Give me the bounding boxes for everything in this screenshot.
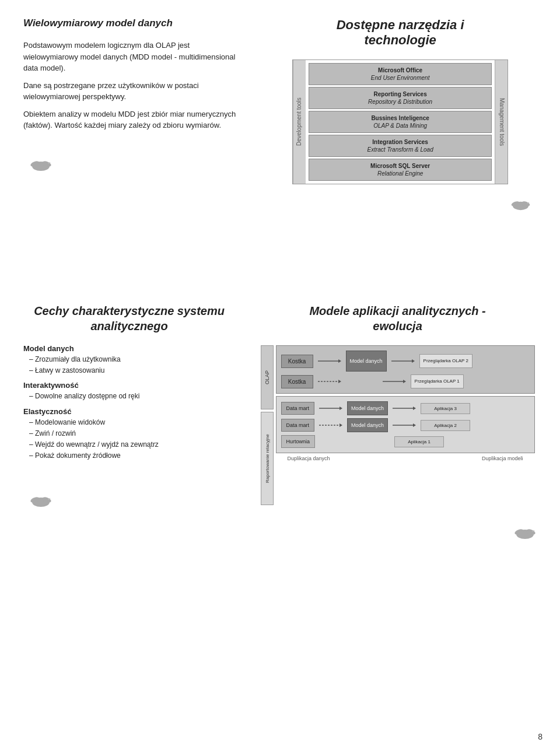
svg-point-10	[523, 202, 527, 206]
przegladarka1-box: Przeglądarka OLAP 1	[411, 374, 464, 388]
svg-marker-25	[403, 380, 406, 383]
diagram-box: Development tools Microsoft Office End U…	[292, 59, 508, 184]
bottom-right-panel: Modele aplikacji analitycznych - ewolucj…	[247, 297, 548, 612]
bird-icon-3	[23, 485, 58, 514]
kostka-box-1: Kostka	[281, 355, 313, 368]
bullet-zrozumialy: – Zrozumiały dla użytkownika	[29, 354, 235, 365]
integration-box: Integration Services Extract Transform &…	[309, 135, 492, 157]
bullet-latwy: – Łatwy w zastosowaniu	[29, 365, 235, 376]
datamart1-box: Data mart	[281, 402, 315, 415]
arrow-5	[319, 402, 342, 414]
arrow-2	[391, 355, 415, 367]
arrow-1	[318, 355, 341, 367]
arrow-8	[393, 419, 416, 431]
arrow-7	[319, 419, 342, 431]
svg-marker-29	[413, 407, 416, 410]
ms-office-box: Microsoft Office End User Environment	[309, 63, 492, 85]
olap-row-1: Kostka Model danych Przeglądarka OLAP	[281, 351, 530, 372]
svg-point-37	[526, 534, 531, 537]
bottom-left-panel: Cechy charakterystyczne systemu analityc…	[12, 297, 247, 612]
top-right: Dostępne narzędzia i technologie Develop…	[252, 12, 548, 233]
vert-labels-col: OLAP Raportowanie relacyjne	[261, 345, 274, 505]
dev-tools-label: Development tools	[293, 60, 306, 184]
svg-point-9	[521, 205, 526, 208]
sql-server-box: Microsoft SQL Server Relational Engine	[309, 159, 492, 181]
hurtownia-box: Hurtownia	[281, 435, 316, 448]
svg-point-3	[41, 166, 47, 169]
model-danych-box-3: Model danych	[347, 418, 388, 432]
bi-box: Bussines Inteligence OLAP & Data Mining	[309, 111, 492, 133]
arrow-3	[318, 376, 341, 387]
bottom-right-title: Modele aplikacji analitycznych - ewolucj…	[309, 303, 485, 334]
duplikacja-danych-label: Duplikacja danych	[288, 456, 330, 461]
bird-icon-4	[508, 517, 542, 546]
bullet-pokaz: – Pokaż dokumenty źródłowe	[29, 450, 235, 461]
svg-point-16	[43, 498, 48, 502]
svg-marker-19	[338, 359, 341, 363]
aplikacja1-box: Aplikacja 1	[394, 436, 444, 447]
section-elastycznosc: Elastyczność	[23, 407, 235, 416]
section-model-danych: Model danych	[23, 344, 235, 353]
bottom-left-title: Cechy charakterystyczne systemu analityc…	[23, 303, 235, 334]
evol-diagram: OLAP Raportowanie relacyjne Kostka M	[261, 345, 535, 505]
kostka-box-2: Kostka	[281, 375, 313, 388]
divider	[0, 245, 560, 262]
model-danych-box-1: Model danych	[346, 351, 387, 372]
bottom-section: Cechy charakterystyczne systemu analityc…	[0, 286, 560, 624]
svg-point-15	[41, 502, 47, 505]
rap-vert-label: Raportowanie relacyjne	[261, 412, 274, 505]
diagram-middle: Microsoft Office End User Environment Re…	[306, 60, 495, 184]
reporting-box: Reporting Services Repository & Distribu…	[309, 87, 492, 109]
arrow-4	[383, 376, 406, 387]
page-number: 8	[538, 732, 542, 741]
top-left-title: Wielowymiarowy model danych	[23, 17, 240, 29]
rap-row-1: Data mart Model danych Aplikacja 3	[281, 401, 530, 415]
svg-marker-31	[340, 423, 342, 427]
bullet-zwij: – Zwiń / rozwiń	[29, 428, 235, 439]
bird-icon-1	[23, 149, 58, 178]
top-right-title: Dostępne narzędzia i technologie	[337, 17, 464, 48]
arrow-6	[393, 402, 416, 414]
svg-marker-21	[412, 359, 415, 363]
mgmt-tools-label: Management tools	[495, 60, 508, 184]
svg-point-4	[43, 162, 48, 166]
bullet-dowolne: – Dowolne analizy dostępne od ręki	[29, 391, 235, 402]
aplikacja3-box: Aplikacja 3	[421, 403, 470, 414]
datamart2-box: Data mart	[281, 419, 315, 432]
para1: Podstawowym modelem logicznym dla OLAP j…	[23, 40, 240, 74]
rap-row-2: Data mart Model danych Aplikacja 2	[281, 418, 530, 432]
top-section: Wielowymiarowy model danych Podstawowym …	[0, 0, 560, 245]
olap-vert-label: OLAP	[261, 345, 274, 409]
svg-marker-23	[338, 380, 341, 383]
bullet-wejdz: – Wejdź do wewnątrz / wyjdź na zewnątrz	[29, 439, 235, 450]
para3: Obiektem analizy w modelu MDD jest zbiór…	[23, 108, 240, 131]
rap-row-3: Hurtownia Aplikacja 1	[281, 435, 530, 448]
top-left: Wielowymiarowy model danych Podstawowym …	[12, 12, 252, 233]
olap-block: Kostka Model danych Przeglądarka OLAP	[276, 345, 535, 394]
duplikacja-modeli-label: Duplikacja modeli	[482, 456, 523, 461]
top-left-body: Podstawowym modelem logicznym dla OLAP j…	[23, 40, 240, 131]
bullet-modelowanie: – Modelowanie widoków	[29, 417, 235, 428]
svg-point-38	[527, 530, 532, 534]
section-interaktywnosc: Interaktywność	[23, 381, 235, 390]
svg-marker-33	[413, 423, 416, 427]
bottom-col-labels: Duplikacja danych Duplikacja modeli	[276, 456, 535, 461]
przegladarka2-box: Przeglądarka OLAP 2	[419, 354, 473, 368]
rap-block: Data mart Model danych Aplikacja 3	[276, 396, 535, 453]
model-danych-box-2: Model danych	[347, 401, 388, 415]
para2: Dane są postrzegane przez użytkowników w…	[23, 80, 240, 103]
olap-row-2: Kostka Przeglądarka OLAP 1	[281, 374, 530, 388]
evol-main: Kostka Model danych Przeglądarka OLAP	[276, 345, 535, 505]
svg-marker-27	[340, 407, 342, 410]
bird-icon-2	[505, 190, 537, 216]
aplikacja2-box: Aplikacja 2	[421, 420, 470, 431]
